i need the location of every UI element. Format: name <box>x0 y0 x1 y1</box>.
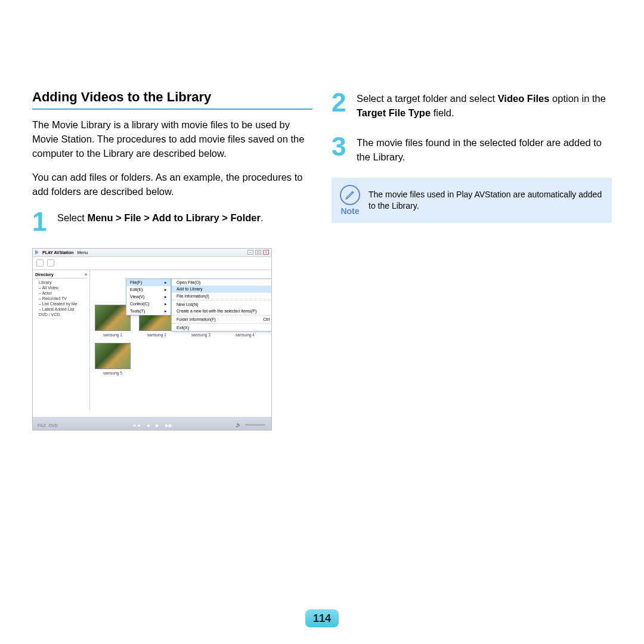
menu-item[interactable]: Create a new list with the selected item… <box>172 308 272 314</box>
list-icon[interactable]: ≡ <box>85 273 87 277</box>
video-thumb[interactable]: samsung 5 <box>95 343 131 375</box>
video-thumb[interactable]: samsung 1 <box>95 305 131 337</box>
step-3-text: The movie files found in the selected fo… <box>357 134 612 165</box>
app-title: PLAY AVStation <box>42 250 74 255</box>
titlebar: PLAY AVStation Menu – □ × <box>33 249 271 257</box>
sidebar-item[interactable]: Library <box>35 280 87 285</box>
sidebar-item[interactable]: – Recorded TV <box>35 296 87 301</box>
menu-item[interactable]: View(V)▸ <box>126 293 171 301</box>
page-number: 114 <box>305 609 339 627</box>
step-1-text: Select Menu > File > Add to Library > Fo… <box>57 209 264 225</box>
step-2: 2 Select a target folder and select Vide… <box>332 89 612 120</box>
maximize-button[interactable]: □ <box>255 250 261 255</box>
toolbar-btn[interactable] <box>36 259 44 267</box>
section-heading: Adding Videos to the Library <box>32 89 312 110</box>
speaker-icon[interactable]: 🔈 <box>236 422 242 428</box>
step-1-number: 1 <box>32 209 50 235</box>
sidebar-header: Directory <box>35 273 54 277</box>
toolbar <box>33 257 271 270</box>
note-text: The movie files used in Play AVStation a… <box>369 189 603 212</box>
menu-item[interactable]: Open File(O)Ctrl + O <box>172 279 272 286</box>
next-button[interactable]: ▶▶ <box>165 423 172 428</box>
toolbar-btn[interactable] <box>47 259 54 267</box>
note-label: Note <box>340 206 359 216</box>
menu-item[interactable]: Tools(T)▸ <box>126 308 171 315</box>
close-button[interactable]: × <box>263 250 269 255</box>
volume-slider[interactable] <box>245 424 265 426</box>
menu-item[interactable]: File(F)▸ <box>126 279 171 286</box>
menu-item[interactable]: Edit(E)▸ <box>126 286 171 293</box>
note-box: Note The movie files used in Play AVStat… <box>332 178 612 223</box>
sidebar-item[interactable]: DVD / VCD <box>35 312 87 317</box>
menu-item[interactable]: Folder Information(F)Ctrl + Shift + I <box>172 316 272 323</box>
player-bar: FILEDVD ◄◄ ■ ▶ ▶▶ 🔈 <box>33 417 271 430</box>
pb-info: FILE <box>38 423 47 428</box>
intro-paragraph-2: You can add files or folders. As an exam… <box>32 171 312 199</box>
step-1: 1 Select Menu > File > Add to Library > … <box>32 209 312 235</box>
app-screenshot: PLAY AVStation Menu – □ × Directory≡ Lib… <box>32 248 272 431</box>
pb-info: DVD <box>49 423 58 428</box>
menu-item[interactable]: Control(C)▸ <box>126 301 171 308</box>
step-3: 3 The movie files found in the selected … <box>332 134 612 165</box>
play-button[interactable]: ▶ <box>156 423 159 428</box>
app-logo-icon <box>35 250 39 255</box>
menu-button[interactable]: Menu <box>78 250 88 255</box>
step-3-number: 3 <box>332 134 349 160</box>
minimize-button[interactable]: – <box>247 250 253 255</box>
menu-item[interactable]: New List(N)Ctrl + G <box>172 301 272 308</box>
sidebar-item[interactable]: – All Video <box>35 285 87 290</box>
sidebar: Directory≡ Library – All Video – Actor –… <box>33 270 90 410</box>
sidebar-item[interactable]: – Latest Added List <box>35 306 87 312</box>
sidebar-item[interactable]: – Actor <box>35 290 87 296</box>
step-2-number: 2 <box>332 89 349 116</box>
stop-button[interactable]: ■ <box>147 423 150 428</box>
file-menu: File(F)▸ Edit(E)▸ View(V)▸ Control(C)▸ T… <box>126 278 171 315</box>
menu-item[interactable]: Exit(X)Alt + F4 <box>172 324 272 331</box>
prev-button[interactable]: ◄◄ <box>132 423 141 428</box>
step-2-text: Select a target folder and select Video … <box>357 89 612 120</box>
intro-paragraph-1: The Movie Library is a library with movi… <box>32 118 312 161</box>
menu-item-add-to-library[interactable]: Add to Library▸ <box>172 286 272 293</box>
pencil-icon <box>340 185 360 205</box>
file-submenu: Open File(O)Ctrl + O Add to Library▸ Fil… <box>171 278 272 332</box>
menu-item[interactable]: File Information(I)Ctrl + I <box>172 293 272 299</box>
sidebar-item[interactable]: – List Created by Me <box>35 301 87 306</box>
